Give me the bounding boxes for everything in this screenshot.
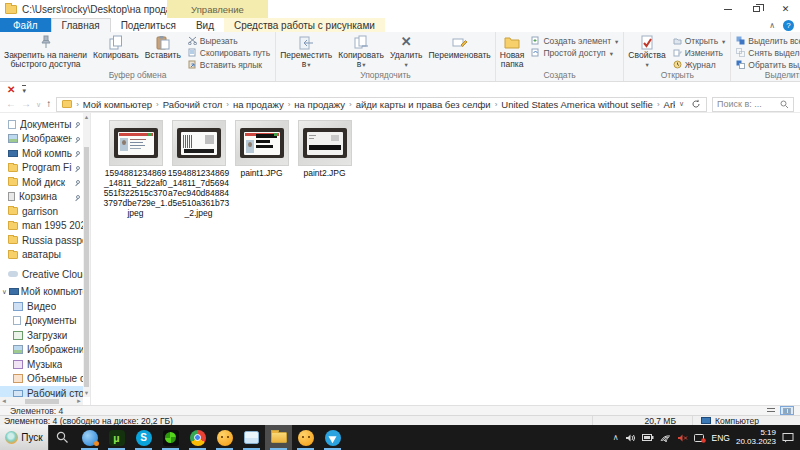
move-to-button[interactable]: Переместить в xyxy=(277,33,335,70)
minimize-button[interactable] xyxy=(713,0,742,18)
breadcrumb-item[interactable]: Arkansas xyxy=(661,99,675,110)
sidebar-item-video[interactable]: Видео xyxy=(0,299,83,314)
file-item[interactable]: paint2.JPG xyxy=(293,120,356,178)
scrollbar-thumb[interactable] xyxy=(25,399,59,404)
tab-share[interactable]: Поделиться xyxy=(111,18,186,32)
easy-access-button[interactable]: Простой доступ xyxy=(531,47,618,58)
volume-icon[interactable] xyxy=(625,433,636,443)
back-button[interactable]: ← xyxy=(6,99,16,109)
paste-shortcut-button[interactable]: Вставить ярлык xyxy=(188,59,270,70)
sidebar-item-folder[interactable]: аватары xyxy=(0,248,83,263)
sidebar-item-bin[interactable]: Корзина xyxy=(0,190,83,205)
breadcrumb-item[interactable]: United States America without selfie xyxy=(498,99,656,110)
scroll-up-icon[interactable]: ▲ xyxy=(83,113,90,121)
cut-button[interactable]: Вырезать xyxy=(188,35,270,46)
rename-button[interactable]: Переименовать xyxy=(425,33,493,70)
tray-chevron-icon[interactable]: ∧ xyxy=(613,433,619,442)
properties-button[interactable]: Свойства xyxy=(625,33,668,70)
taskbar-app-green-messenger[interactable] xyxy=(157,425,184,450)
taskbar-app-skype[interactable]: S xyxy=(130,425,157,450)
sidebar-item-down[interactable]: Загрузки xyxy=(0,328,83,343)
taskbar-app-icq[interactable] xyxy=(211,425,238,450)
help-icon[interactable]: ? xyxy=(783,20,794,31)
collapse-ribbon-icon[interactable]: ∧ xyxy=(769,21,775,30)
delete-button[interactable]: ✕ Удалить xyxy=(387,33,425,70)
tab-home[interactable]: Главная xyxy=(51,18,111,32)
sidebar-item-pic[interactable]: Изображения xyxy=(0,132,83,147)
sidebar-item-doc[interactable]: Документы xyxy=(0,314,83,329)
language-indicator[interactable]: ENG xyxy=(712,433,730,443)
address-dropdown-icon[interactable]: ∨ xyxy=(675,100,688,108)
select-all-button[interactable]: Выделить все xyxy=(736,35,800,46)
new-item-button[interactable]: Создать элемент xyxy=(531,35,618,46)
battery-icon[interactable] xyxy=(642,433,654,442)
file-item[interactable]: paint1.JPG xyxy=(230,120,293,178)
details-view-button[interactable] xyxy=(764,406,778,415)
new-folder-button[interactable]: Новая папка xyxy=(497,33,528,70)
tab-picture-tools[interactable]: Средства работы с рисунками xyxy=(224,18,385,32)
taskbar-app-chrome[interactable] xyxy=(184,425,211,450)
invert-selection-button[interactable]: Обратить выделение xyxy=(736,59,800,70)
scroll-down-icon[interactable]: ▼ xyxy=(83,389,90,397)
pin-to-quick-access-button[interactable]: Закрепить на панели быстрого доступа xyxy=(1,33,90,70)
forward-button[interactable]: → xyxy=(21,99,31,109)
sidebar-item-cloud[interactable]: Creative Cloud Files xyxy=(0,267,83,282)
scrollbar-thumb[interactable] xyxy=(84,147,89,387)
sidebar-item-pic[interactable]: Изображения xyxy=(0,343,83,358)
tab-view[interactable]: Вид xyxy=(186,18,224,32)
breadcrumb-item[interactable]: Рабочий стол xyxy=(160,99,226,110)
action-center-icon[interactable] xyxy=(782,432,795,443)
copy-to-button[interactable]: Копировать в xyxy=(335,33,387,70)
sidebar-item-folder[interactable]: Russia passport+selfie xyxy=(0,233,83,248)
thumbnails-view-button[interactable] xyxy=(780,406,794,415)
sidebar-item-folder[interactable]: Мой диск xyxy=(0,175,83,190)
breadcrumb-item[interactable]: Мой компьютер xyxy=(80,99,155,110)
sidebar-item-folder[interactable]: man 1995 2024 xyxy=(0,219,83,234)
breadcrumb-item[interactable]: на продажу xyxy=(291,99,348,110)
refresh-button[interactable] xyxy=(688,99,704,109)
taskbar-app-icq-2[interactable] xyxy=(292,425,319,450)
taskbar-app-sticky-notes[interactable] xyxy=(238,425,265,450)
sidebar-vertical-scrollbar[interactable]: ▲ ▼ xyxy=(83,113,90,397)
qat-customize-icon[interactable]: ▾ xyxy=(22,85,26,94)
file-item[interactable]: 1594881234869_14811_7d5694a7ec940d84884d… xyxy=(167,120,230,218)
recent-locations-icon[interactable]: ∨ xyxy=(36,101,41,108)
sidebar-item-music[interactable]: Музыка xyxy=(0,357,83,372)
sidebar-horizontal-scrollbar[interactable]: ◄ ► xyxy=(0,397,83,405)
start-button[interactable]: Пуск xyxy=(0,425,49,450)
network-icon[interactable] xyxy=(660,433,671,442)
sidebar-item-pc[interactable]: Мой компьютер xyxy=(0,146,83,161)
history-button[interactable]: Журнал xyxy=(673,59,726,70)
restore-button[interactable] xyxy=(742,0,771,18)
scroll-right-icon[interactable]: ► xyxy=(76,398,82,404)
search-input[interactable]: Поиск в: ... xyxy=(712,97,794,112)
sidebar-item-doc[interactable]: Документы xyxy=(0,117,83,132)
taskbar-search-button[interactable] xyxy=(49,425,76,450)
copy-path-button[interactable]: Скопировать путь xyxy=(188,47,270,58)
taskbar-app-utorrent[interactable]: µ xyxy=(103,425,130,450)
breadcrumb-item[interactable]: айди карты и права без селфи xyxy=(353,99,494,110)
scroll-left-icon[interactable]: ◄ xyxy=(1,398,7,404)
qat-delete-icon[interactable]: ✕ xyxy=(7,84,15,95)
edit-button[interactable]: Изменить xyxy=(673,47,726,58)
clock[interactable]: 5:19 20.03.2023 xyxy=(736,429,776,447)
select-none-button[interactable]: Снять выделение xyxy=(736,47,800,58)
sidebar-item-folder[interactable]: garrison xyxy=(0,204,83,219)
sidebar-section-computer[interactable]: ∨Мой компьютер xyxy=(0,285,83,300)
taskbar-app-telegram[interactable] xyxy=(319,425,346,450)
close-button[interactable]: ✕ xyxy=(771,0,800,18)
notification-badge-icon[interactable] xyxy=(694,433,706,443)
muted-volume-icon[interactable] xyxy=(677,433,688,443)
paste-button[interactable]: Вставить xyxy=(142,33,184,70)
tab-file[interactable]: Файл xyxy=(0,18,51,32)
copy-button[interactable]: Копировать xyxy=(90,33,142,70)
file-item[interactable]: 1594881234869_14811_5d22af0551f322515c37… xyxy=(104,120,167,218)
up-button[interactable]: ↑ xyxy=(46,99,51,109)
sidebar-item-cube[interactable]: Объемные объекты xyxy=(0,372,83,387)
taskbar-app-explorer[interactable] xyxy=(265,425,292,450)
breadcrumb-item[interactable]: на продажу xyxy=(230,99,287,110)
sidebar-item-folder[interactable]: Program Files xyxy=(0,161,83,176)
open-button[interactable]: Открыть xyxy=(673,35,726,46)
address-bar[interactable]: › Мой компьютер›Рабочий стол›на продажу›… xyxy=(56,97,707,112)
taskbar-app-browser[interactable] xyxy=(76,425,103,450)
